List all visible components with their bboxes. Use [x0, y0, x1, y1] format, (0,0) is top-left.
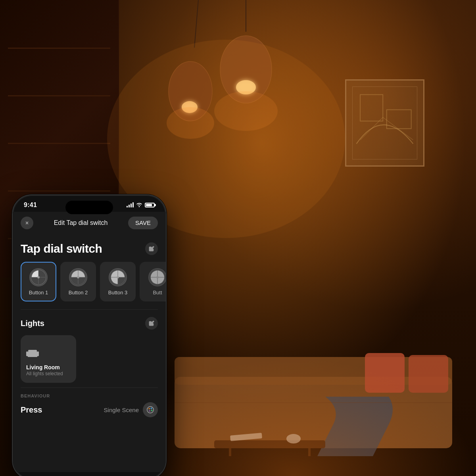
wall-art-decoration — [345, 79, 424, 167]
wall-art-inner — [352, 86, 417, 159]
dynamic-island — [65, 201, 113, 214]
behaviour-label: BEHAVIOUR — [21, 393, 158, 398]
lights-section-header: Lights — [21, 317, 158, 330]
behaviour-row: Press Single Scene — [21, 402, 158, 417]
device-title: Tap dial switch — [21, 242, 102, 255]
dial-icon-4 — [148, 268, 166, 286]
status-time: 9:41 — [24, 202, 37, 209]
top-navigation: × Edit Tap dial switch SAVE — [13, 212, 166, 234]
dial-button-3-label: Button 3 — [108, 290, 127, 296]
living-room-card[interactable]: Living Room All lights selected — [21, 335, 76, 383]
svg-rect-40 — [28, 355, 37, 357]
dial-button-2[interactable]: Button 2 — [60, 262, 96, 301]
dial-icon-1 — [29, 268, 48, 286]
phone-device: 9:41 — [12, 194, 167, 476]
dial-button-3[interactable]: Button 3 — [100, 262, 136, 301]
lights-section: Lights — [13, 310, 166, 388]
status-icons — [127, 202, 155, 208]
dial-icon-3 — [109, 268, 127, 286]
nav-title: Edit Tap dial switch — [54, 219, 108, 226]
dial-icon-2 — [69, 268, 87, 286]
dial-buttons-row: Button 1 — [13, 262, 166, 309]
svg-point-36 — [156, 276, 159, 278]
behaviour-section: BEHAVIOUR Press Single Scene — [13, 388, 166, 423]
behaviour-press-value: Single Scene — [104, 407, 139, 413]
wifi-icon — [136, 202, 142, 208]
svg-rect-41 — [28, 350, 37, 353]
signal-icon — [127, 203, 134, 207]
svg-point-47 — [149, 409, 152, 411]
dial-button-2-label: Button 2 — [69, 290, 88, 296]
dial-button-4[interactable]: Butt — [140, 262, 166, 301]
room-card-name: Living Room — [26, 364, 60, 371]
dial-button-4-label: Butt — [153, 290, 162, 296]
scene-palette-button[interactable] — [143, 402, 158, 417]
svg-point-32 — [117, 276, 119, 278]
lights-section-title: Lights — [21, 319, 44, 328]
sofa-icon — [26, 348, 39, 361]
lights-edit-button[interactable] — [145, 317, 158, 330]
battery-icon — [145, 203, 155, 207]
room-card-sub: All lights selected — [26, 371, 63, 377]
phone-frame: 9:41 — [12, 194, 167, 476]
phone-content-area: × Edit Tap dial switch SAVE Tap dial swi… — [13, 212, 166, 472]
device-title-section: Tap dial switch — [13, 234, 166, 262]
behaviour-value-area: Single Scene — [104, 402, 158, 417]
svg-point-28 — [77, 276, 79, 278]
svg-rect-39 — [37, 351, 39, 356]
dial-button-1[interactable]: Button 1 — [21, 262, 56, 301]
dial-button-1-label: Button 1 — [29, 290, 48, 296]
svg-rect-38 — [26, 351, 28, 356]
svg-point-24 — [37, 276, 40, 278]
save-button[interactable]: SAVE — [128, 217, 158, 229]
svg-rect-0 — [360, 95, 383, 121]
close-button[interactable]: × — [21, 217, 33, 229]
device-title-edit-button[interactable] — [145, 242, 158, 255]
behaviour-press-title: Press — [21, 405, 42, 415]
